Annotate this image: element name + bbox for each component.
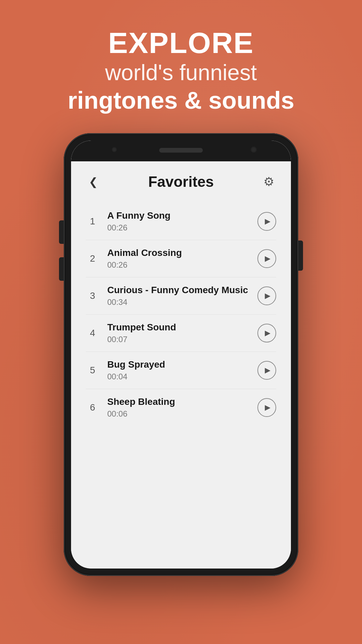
song-number: 4 <box>86 328 99 338</box>
front-camera-left <box>111 147 117 153</box>
song-duration: 00:26 <box>107 260 249 270</box>
song-duration: 00:34 <box>107 298 249 307</box>
play-icon: ▶ <box>265 291 270 300</box>
song-item[interactable]: 2Animal Crossing00:26▶ <box>71 240 291 277</box>
phone-outer-shell: ❮ Favorites ⚙ 1A Funny Song00:26▶2Animal… <box>64 133 298 576</box>
play-button[interactable]: ▶ <box>257 286 276 305</box>
screen-title: Favorites <box>148 173 214 190</box>
play-button[interactable]: ▶ <box>257 361 276 380</box>
song-name: A Funny Song <box>107 210 249 221</box>
song-duration: 00:06 <box>107 409 249 419</box>
phone-notch <box>71 141 291 161</box>
song-name: Bug Sprayed <box>107 359 249 370</box>
song-number: 6 <box>86 402 99 413</box>
header-subtitle2: ringtones & sounds <box>68 86 294 115</box>
song-number: 3 <box>86 290 99 301</box>
sensor-dot <box>261 148 265 152</box>
play-button[interactable]: ▶ <box>257 212 276 231</box>
back-button[interactable]: ❮ <box>86 174 101 189</box>
song-duration: 00:07 <box>107 335 249 344</box>
song-name: Curious - Funny Comedy Music <box>107 285 249 296</box>
song-info: A Funny Song00:26 <box>99 210 257 232</box>
song-item[interactable]: 4Trumpet Sound00:07▶ <box>71 315 291 352</box>
play-icon: ▶ <box>265 254 270 263</box>
app-header: ❮ Favorites ⚙ <box>71 161 291 200</box>
song-duration: 00:04 <box>107 372 249 381</box>
play-button[interactable]: ▶ <box>257 398 276 417</box>
play-icon: ▶ <box>265 366 270 375</box>
song-number: 1 <box>86 216 99 227</box>
song-info: Curious - Funny Comedy Music00:34 <box>99 285 257 307</box>
song-item[interactable]: 5Bug Sprayed00:04▶ <box>71 352 291 389</box>
back-icon: ❮ <box>89 175 98 188</box>
song-name: Sheep Bleating <box>107 396 249 407</box>
song-info: Sheep Bleating00:06 <box>99 396 257 419</box>
song-item[interactable]: 6Sheep Bleating00:06▶ <box>71 389 291 426</box>
play-button[interactable]: ▶ <box>257 249 276 268</box>
play-icon: ▶ <box>265 329 270 337</box>
play-button[interactable]: ▶ <box>257 324 276 342</box>
song-duration: 00:26 <box>107 223 249 232</box>
app-screen: ❮ Favorites ⚙ 1A Funny Song00:26▶2Animal… <box>71 161 291 569</box>
speaker-grille <box>159 148 203 153</box>
song-list: 1A Funny Song00:26▶2Animal Crossing00:26… <box>71 200 291 569</box>
phone-mockup: ❮ Favorites ⚙ 1A Funny Song00:26▶2Animal… <box>64 133 298 576</box>
header-section: EXPLORE world's funniest ringtones & sou… <box>68 27 294 115</box>
song-info: Trumpet Sound00:07 <box>99 322 257 344</box>
gear-icon: ⚙ <box>263 175 274 189</box>
song-info: Animal Crossing00:26 <box>99 248 257 270</box>
song-info: Bug Sprayed00:04 <box>99 359 257 381</box>
play-icon: ▶ <box>265 217 270 226</box>
song-number: 5 <box>86 365 99 376</box>
front-camera-right <box>250 146 257 153</box>
song-item[interactable]: 1A Funny Song00:26▶ <box>71 203 291 240</box>
explore-title: EXPLORE <box>68 27 294 59</box>
song-name: Animal Crossing <box>107 248 249 258</box>
header-subtitle1: world's funniest <box>68 59 294 86</box>
settings-button[interactable]: ⚙ <box>261 174 276 189</box>
play-icon: ▶ <box>265 403 270 412</box>
song-number: 2 <box>86 253 99 264</box>
song-name: Trumpet Sound <box>107 322 249 333</box>
song-item[interactable]: 3Curious - Funny Comedy Music00:34▶ <box>71 277 291 314</box>
phone-screen: ❮ Favorites ⚙ 1A Funny Song00:26▶2Animal… <box>71 141 291 569</box>
